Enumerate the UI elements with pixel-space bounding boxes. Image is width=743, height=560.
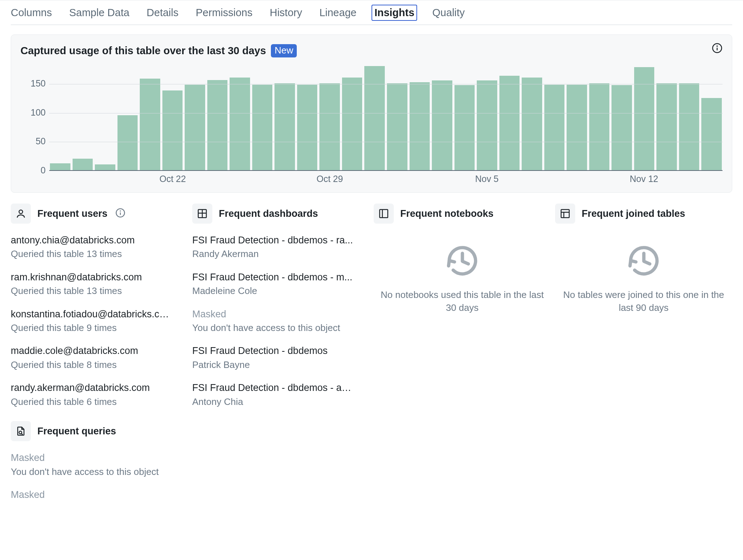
table-icon xyxy=(555,204,575,224)
chart-bar[interactable] xyxy=(499,76,520,170)
tab-sample-data[interactable]: Sample Data xyxy=(69,7,129,19)
chart-bar[interactable] xyxy=(410,82,430,170)
list-item[interactable]: MaskedYou don't have access to this obje… xyxy=(192,308,369,335)
empty-state-text: No tables were joined to this one in the… xyxy=(555,288,732,314)
chart-bar[interactable] xyxy=(387,83,407,170)
chart-bar[interactable] xyxy=(185,85,205,170)
chart-bar[interactable] xyxy=(162,90,183,170)
tab-details[interactable]: Details xyxy=(147,7,179,19)
chart-gridline xyxy=(49,84,723,84)
chart-bar[interactable] xyxy=(50,163,70,170)
chart-bar[interactable] xyxy=(567,85,587,170)
tab-quality[interactable]: Quality xyxy=(432,7,465,19)
chart-ytick: 100 xyxy=(20,107,46,118)
list-item[interactable]: randy.akerman@databricks.comQueried this… xyxy=(11,381,188,408)
svg-point-3 xyxy=(19,210,23,214)
frequent-notebooks-section: Frequent notebooks No notebooks used thi… xyxy=(374,204,551,418)
chart-bar[interactable] xyxy=(589,83,610,170)
list-item-primary: ram.krishnan@databricks.com xyxy=(11,271,172,284)
chart-gridline xyxy=(49,113,723,113)
tab-columns[interactable]: Columns xyxy=(11,7,52,19)
chart-bar[interactable] xyxy=(522,78,542,170)
list-item[interactable]: FSI Fraud Detection - dbdemos - an...Ant… xyxy=(192,381,369,408)
chart-bar[interactable] xyxy=(544,85,565,170)
tab-insights[interactable]: Insights xyxy=(372,5,417,21)
tab-history[interactable]: History xyxy=(270,7,302,19)
svg-point-6 xyxy=(120,211,120,211)
chart-bar[interactable] xyxy=(230,78,250,170)
user-icon xyxy=(11,204,31,224)
info-icon[interactable] xyxy=(712,43,723,53)
list-item-primary: Masked xyxy=(11,451,172,464)
chart-bar[interactable] xyxy=(319,83,340,170)
chart-xtick: Oct 29 xyxy=(317,174,343,184)
svg-rect-12 xyxy=(561,210,569,218)
chart-bar[interactable] xyxy=(432,80,452,170)
notebook-icon xyxy=(374,204,394,224)
list-item-primary: Masked xyxy=(192,308,354,321)
chart-bar[interactable] xyxy=(656,83,677,170)
chart-bar[interactable] xyxy=(252,85,273,170)
section-title: Frequent joined tables xyxy=(582,208,685,219)
list-item-primary: FSI Fraud Detection - dbdemos xyxy=(192,344,354,357)
list-item[interactable]: maddie.cole@databricks.comQueried this t… xyxy=(11,344,188,371)
list-item-secondary: Queried this table 8 times xyxy=(11,358,188,371)
section-title: Frequent users xyxy=(37,208,107,219)
chart-bar[interactable] xyxy=(95,164,115,170)
frequent-users-section: Frequent users antony.chia@databricks.co… xyxy=(11,204,188,418)
svg-rect-10 xyxy=(380,210,388,218)
chart-bar[interactable] xyxy=(364,66,385,170)
chart-bar[interactable] xyxy=(73,159,93,170)
chart-bar[interactable] xyxy=(612,85,632,170)
chart-bar[interactable] xyxy=(454,85,475,170)
section-title: Frequent notebooks xyxy=(400,208,494,219)
list-item-primary: randy.akerman@databricks.com xyxy=(11,381,172,394)
chart-gridline xyxy=(49,142,723,142)
chart-bar[interactable] xyxy=(117,115,138,170)
list-item[interactable]: FSI Fraud Detection - dbdemos - m...Made… xyxy=(192,271,369,298)
chart-bar[interactable] xyxy=(701,98,722,170)
chart-xtick: Oct 22 xyxy=(160,174,186,184)
tab-lineage[interactable]: Lineage xyxy=(319,7,356,19)
svg-line-16 xyxy=(22,434,23,435)
frequent-dashboards-section: Frequent dashboards FSI Fraud Detection … xyxy=(192,204,369,418)
list-item-secondary: Queried this table 13 times xyxy=(11,284,188,297)
chart-bar[interactable] xyxy=(634,67,655,170)
list-item[interactable]: konstantina.fotiadou@databricks.comQueri… xyxy=(11,308,188,335)
list-item[interactable]: MaskedYou don't have access to this obje… xyxy=(11,451,732,478)
dashboard-icon xyxy=(192,204,212,224)
list-item[interactable]: antony.chia@databricks.comQueried this t… xyxy=(11,234,188,261)
frequent-joined-tables-section: Frequent joined tables No tables were jo… xyxy=(555,204,732,418)
list-item-secondary: You don't have access to this object xyxy=(192,321,369,334)
chart-bar[interactable] xyxy=(140,79,160,170)
chart-bar[interactable] xyxy=(207,80,228,170)
section-title: Frequent queries xyxy=(37,426,116,437)
query-icon xyxy=(11,421,31,441)
list-item[interactable]: ram.krishnan@databricks.comQueried this … xyxy=(11,271,188,298)
new-badge: New xyxy=(271,44,297,57)
frequent-queries-section: Frequent queries MaskedYou don't have ac… xyxy=(11,421,732,501)
list-item-secondary: Randy Akerman xyxy=(192,247,369,260)
list-item-secondary: Queried this table 6 times xyxy=(11,395,188,408)
svg-point-2 xyxy=(717,46,717,46)
chart-bar[interactable] xyxy=(342,78,363,170)
list-item-secondary: You don't have access to this object xyxy=(11,465,732,478)
list-item-primary: FSI Fraud Detection - dbdemos - ra... xyxy=(192,234,354,247)
list-item-secondary: Queried this table 13 times xyxy=(11,247,188,260)
chart-xtick: Nov 12 xyxy=(630,174,658,184)
list-item-primary: antony.chia@databricks.com xyxy=(11,234,172,247)
list-item-secondary: Antony Chia xyxy=(192,395,369,408)
chart-title: Captured usage of this table over the la… xyxy=(20,45,266,57)
list-item[interactable]: Masked xyxy=(11,488,732,501)
tab-permissions[interactable]: Permissions xyxy=(196,7,253,19)
list-item[interactable]: FSI Fraud Detection - dbdemosPatrick Bay… xyxy=(192,344,369,371)
chart-bar[interactable] xyxy=(274,83,295,170)
list-item-secondary: Madeleine Cole xyxy=(192,284,369,297)
info-icon[interactable] xyxy=(115,208,125,219)
chart-bar[interactable] xyxy=(679,83,700,170)
chart-ytick: 150 xyxy=(20,78,46,89)
chart-bar[interactable] xyxy=(297,85,318,170)
chart-bar[interactable] xyxy=(477,80,497,170)
list-item[interactable]: FSI Fraud Detection - dbdemos - ra...Ran… xyxy=(192,234,369,261)
chart-ytick: 0 xyxy=(20,165,46,176)
